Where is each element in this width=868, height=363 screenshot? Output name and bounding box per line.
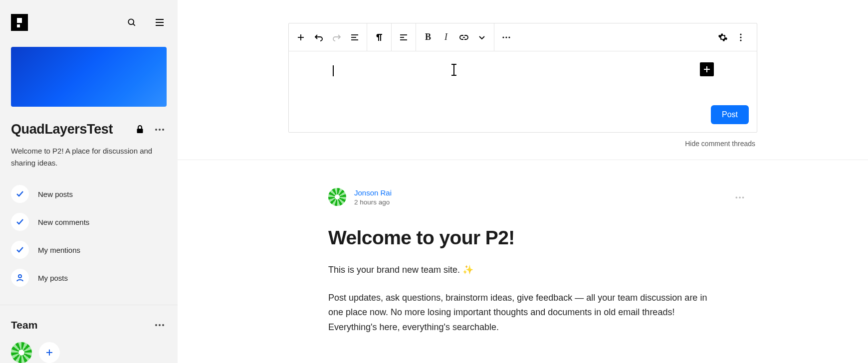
- post-paragraph: Post updates, ask questions, brainstorm …: [328, 291, 717, 335]
- site-actions: [136, 125, 167, 134]
- site-header: QuadLayersTest: [0, 107, 178, 142]
- filter-label: New comments: [38, 218, 89, 226]
- svg-point-24: [505, 36, 507, 38]
- italic-icon[interactable]: I: [437, 28, 455, 46]
- lock-icon: [136, 125, 144, 134]
- svg-point-25: [508, 36, 510, 38]
- svg-point-23: [502, 36, 504, 38]
- site-more-icon[interactable]: [153, 126, 167, 133]
- check-icon: [11, 241, 29, 259]
- post-more-icon[interactable]: •••: [733, 192, 747, 203]
- paragraph-icon[interactable]: [370, 28, 388, 46]
- post-title: Welcome to your P2!: [328, 227, 717, 249]
- add-member-button[interactable]: [39, 342, 60, 363]
- site-banner: [11, 47, 167, 107]
- svg-point-11: [159, 324, 161, 326]
- toolbar-more-icon[interactable]: [497, 28, 515, 46]
- post-paragraph: This is your brand new team site. ✨: [328, 263, 717, 278]
- editor-toolbar: B I: [289, 23, 757, 51]
- search-icon[interactable]: [125, 15, 139, 29]
- sidebar-top-icons: [125, 15, 167, 29]
- post-header: Jonson Rai 2 hours ago: [328, 188, 717, 206]
- team-members: [11, 342, 167, 363]
- svg-point-6: [155, 129, 157, 131]
- svg-point-0: [128, 19, 134, 24]
- below-editor: Hide comment threads: [288, 133, 757, 148]
- post-button[interactable]: Post: [711, 105, 749, 124]
- team-more-icon[interactable]: [153, 322, 167, 329]
- text-caret: [333, 65, 334, 76]
- svg-point-9: [18, 275, 21, 278]
- undo-icon[interactable]: [310, 28, 328, 46]
- link-icon[interactable]: [455, 28, 473, 46]
- filter-list: New posts New comments My mentions My po…: [0, 169, 178, 305]
- person-icon: [11, 269, 29, 287]
- filter-label: My mentions: [38, 246, 80, 254]
- team-heading: Team: [11, 319, 37, 331]
- author-avatar[interactable]: [328, 188, 346, 206]
- main: B I: [178, 0, 868, 363]
- post-timestamp: 2 hours ago: [354, 198, 392, 206]
- sidebar: QuadLayersTest Welcome to P2! A place fo…: [0, 0, 178, 363]
- svg-point-28: [740, 39, 741, 41]
- ibeam-cursor: [453, 64, 454, 75]
- filter-label: My posts: [38, 274, 68, 282]
- menu-icon[interactable]: [153, 16, 167, 29]
- check-icon: [11, 213, 29, 231]
- svg-point-26: [740, 33, 741, 35]
- svg-point-7: [159, 129, 161, 131]
- site-description: Welcome to P2! A place for discussion an…: [0, 142, 178, 169]
- editor-area: B I: [178, 0, 868, 148]
- sidebar-top: [0, 0, 178, 38]
- team-section: Team: [0, 305, 178, 363]
- filter-label: New posts: [38, 190, 73, 198]
- hide-comment-threads-link[interactable]: Hide comment threads: [685, 140, 755, 148]
- post: Jonson Rai 2 hours ago ••• Welcome to yo…: [328, 188, 717, 335]
- filter-new-posts[interactable]: New posts: [11, 180, 167, 208]
- svg-point-10: [155, 324, 157, 326]
- settings-gear-icon[interactable]: [714, 28, 732, 46]
- svg-point-27: [740, 36, 741, 38]
- document-outline-icon[interactable]: [346, 28, 364, 46]
- redo-icon: [328, 28, 346, 46]
- chevron-down-icon[interactable]: [473, 28, 491, 46]
- member-avatar[interactable]: [11, 342, 32, 363]
- svg-line-1: [133, 24, 135, 26]
- svg-rect-5: [137, 129, 143, 133]
- filter-my-posts[interactable]: My posts: [11, 264, 167, 292]
- check-icon: [11, 185, 29, 203]
- editor: B I: [288, 23, 757, 133]
- add-block-icon[interactable]: [292, 28, 310, 46]
- filter-my-mentions[interactable]: My mentions: [11, 236, 167, 264]
- svg-point-12: [162, 324, 164, 326]
- author-link[interactable]: Jonson Rai: [354, 188, 392, 197]
- align-icon[interactable]: [395, 28, 413, 46]
- editor-footer: Post: [289, 101, 757, 132]
- app-logo[interactable]: [11, 14, 28, 31]
- editor-more-vertical-icon[interactable]: [732, 28, 750, 46]
- filter-new-comments[interactable]: New comments: [11, 208, 167, 236]
- svg-point-8: [162, 129, 164, 131]
- editor-body[interactable]: [289, 51, 757, 101]
- main-divider: [178, 160, 868, 160]
- site-title: QuadLayersTest: [11, 122, 113, 137]
- block-inserter-button[interactable]: [700, 62, 714, 76]
- bold-icon[interactable]: B: [419, 28, 437, 46]
